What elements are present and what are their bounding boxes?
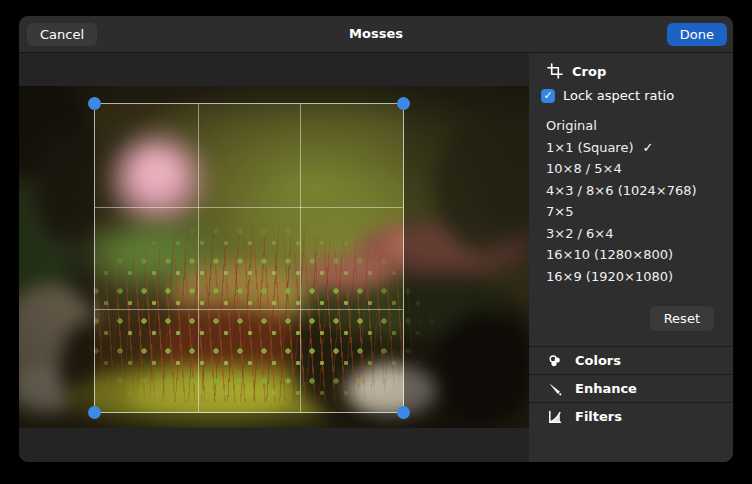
- aspect-ratio-label: 16×10 (1280×800): [546, 247, 673, 262]
- selected-checkmark-icon: ✓: [642, 140, 653, 155]
- reset-row: Reset: [529, 306, 714, 331]
- editor-canvas: [19, 52, 529, 462]
- edit-sidebar: Crop ✓ Lock aspect ratio Original 1×1 (S…: [529, 52, 733, 462]
- aspect-ratio-option-10x8[interactable]: 10×8 / 5×4: [529, 158, 733, 180]
- filters-icon: [547, 409, 563, 425]
- crop-selection-region[interactable]: [94, 103, 404, 413]
- crop-handle-bottom-left[interactable]: [88, 406, 101, 419]
- aspect-ratio-option-3x2[interactable]: 3×2 / 6×4: [529, 223, 733, 245]
- crop-handle-top-left[interactable]: [88, 97, 101, 110]
- reset-button[interactable]: Reset: [650, 306, 714, 331]
- section-enhance[interactable]: Enhance: [529, 374, 733, 402]
- aspect-ratio-option-original[interactable]: Original: [529, 115, 733, 137]
- aspect-ratio-option-16x10[interactable]: 16×10 (1280×800): [529, 244, 733, 266]
- crop-grid-line: [95, 207, 403, 208]
- section-colors[interactable]: Colors: [529, 346, 733, 374]
- lock-aspect-ratio-label: Lock aspect ratio: [563, 88, 674, 103]
- colors-icon: [547, 353, 563, 369]
- crop-handle-bottom-right[interactable]: [397, 406, 410, 419]
- aspect-ratio-option-4x3[interactable]: 4×3 / 8×6 (1024×768): [529, 180, 733, 202]
- aspect-ratio-label: 3×2 / 6×4: [546, 226, 614, 241]
- aspect-ratio-list: Original 1×1 (Square) ✓ 10×8 / 5×4 4×3 /…: [529, 115, 733, 287]
- aspect-ratio-label: 10×8 / 5×4: [546, 161, 622, 176]
- image-editor-window: Cancel Mosses Done: [19, 16, 733, 462]
- lock-aspect-ratio-toggle[interactable]: ✓ Lock aspect ratio: [541, 88, 717, 103]
- aspect-ratio-option-1x1[interactable]: 1×1 (Square) ✓: [529, 137, 733, 159]
- aspect-ratio-label: Original: [546, 118, 597, 133]
- crop-grid-line: [300, 104, 301, 412]
- enhance-icon: [547, 381, 563, 397]
- checkbox-checked-icon[interactable]: ✓: [541, 89, 555, 103]
- aspect-ratio-option-7x5[interactable]: 7×5: [529, 201, 733, 223]
- done-button[interactable]: Done: [667, 23, 727, 46]
- section-label: Filters: [575, 409, 622, 424]
- crop-grid-line: [95, 309, 403, 310]
- section-filters[interactable]: Filters: [529, 402, 733, 430]
- crop-grid-line: [198, 104, 199, 412]
- header-bar: Cancel Mosses Done: [19, 16, 733, 53]
- section-label: Enhance: [575, 381, 637, 396]
- aspect-ratio-option-16x9[interactable]: 16×9 (1920×1080): [529, 266, 733, 288]
- photo-preview: [19, 86, 529, 428]
- crop-section-title: Crop: [572, 64, 606, 79]
- aspect-ratio-label: 16×9 (1920×1080): [546, 269, 673, 284]
- crop-handle-top-right[interactable]: [397, 97, 410, 110]
- crop-section-header: Crop: [529, 52, 733, 81]
- crop-icon: [547, 63, 563, 79]
- tool-sections: Colors Enhance: [529, 346, 733, 430]
- section-label: Colors: [575, 353, 621, 368]
- aspect-ratio-label: 1×1 (Square): [546, 140, 633, 155]
- window-title: Mosses: [19, 16, 733, 52]
- aspect-ratio-label: 7×5: [546, 204, 573, 219]
- aspect-ratio-label: 4×3 / 8×6 (1024×768): [546, 183, 697, 198]
